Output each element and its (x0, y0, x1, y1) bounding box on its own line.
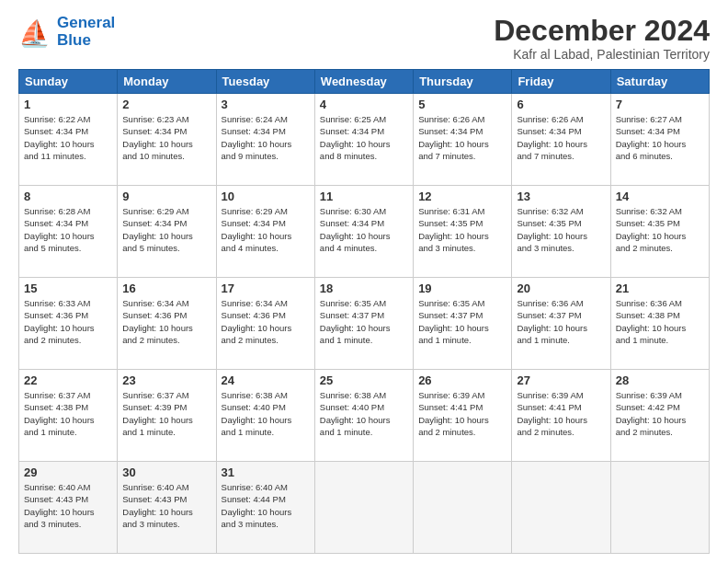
day-info-line: Sunrise: 6:35 AM (320, 297, 408, 309)
day-info: Sunrise: 6:40 AMSunset: 4:43 PMDaylight:… (24, 481, 112, 530)
day-info-line: Sunset: 4:36 PM (24, 309, 112, 321)
day-number: 5 (418, 98, 506, 111)
day-info-line: Sunrise: 6:40 AM (24, 481, 112, 493)
day-info-line: Sunset: 4:34 PM (418, 125, 506, 137)
day-number: 9 (122, 190, 210, 203)
day-info-line: Sunset: 4:44 PM (222, 493, 310, 505)
day-info-line: and 3 minutes. (24, 518, 112, 530)
logo-line2: Blue (57, 32, 115, 50)
calendar-day-cell: 10Sunrise: 6:29 AMSunset: 4:34 PMDayligh… (216, 186, 314, 278)
day-info-line: Sunrise: 6:26 AM (517, 113, 605, 125)
day-info-line: Sunrise: 6:28 AM (24, 205, 112, 217)
day-info: Sunrise: 6:25 AMSunset: 4:34 PMDaylight:… (320, 113, 408, 162)
logo: ⛵ General Blue (18, 15, 115, 49)
header: ⛵ General Blue December 2024 Kafr al Lab… (18, 15, 710, 62)
day-number: 23 (122, 373, 210, 387)
day-info-line: and 1 minute. (222, 426, 310, 438)
calendar-week-row: 8Sunrise: 6:28 AMSunset: 4:34 PMDaylight… (19, 186, 710, 278)
calendar-day-cell: 13Sunrise: 6:32 AMSunset: 4:35 PMDayligh… (512, 186, 610, 278)
day-info-line: Sunset: 4:34 PM (122, 217, 210, 229)
weekday-header-cell: Saturday (610, 70, 709, 94)
day-number: 26 (418, 373, 506, 387)
day-info-line: Sunset: 4:37 PM (517, 309, 605, 321)
day-info-line: Sunrise: 6:39 AM (517, 389, 605, 401)
day-info-line: and 1 minute. (320, 426, 408, 438)
calendar-day-cell: 12Sunrise: 6:31 AMSunset: 4:35 PMDayligh… (414, 186, 512, 278)
day-info: Sunrise: 6:36 AMSunset: 4:38 PMDaylight:… (616, 297, 704, 346)
day-info-line: Sunrise: 6:36 AM (616, 297, 704, 309)
day-info-line: and 1 minute. (418, 334, 506, 346)
day-number: 16 (122, 282, 210, 295)
day-info-line: Daylight: 10 hours (122, 506, 210, 518)
day-info-line: and 9 minutes. (222, 150, 310, 162)
day-info: Sunrise: 6:38 AMSunset: 4:40 PMDaylight:… (320, 389, 408, 438)
day-info-line: Daylight: 10 hours (418, 322, 506, 334)
calendar-day-cell: 21Sunrise: 6:36 AMSunset: 4:38 PMDayligh… (610, 278, 709, 370)
day-info: Sunrise: 6:22 AMSunset: 4:34 PMDaylight:… (24, 113, 112, 162)
calendar-body: 1Sunrise: 6:22 AMSunset: 4:34 PMDaylight… (19, 94, 710, 554)
logo-icon: ⛵ (18, 17, 53, 48)
day-info-line: and 3 minutes. (517, 242, 605, 254)
day-info-line: Sunset: 4:39 PM (122, 401, 210, 413)
day-info-line: Daylight: 10 hours (517, 138, 605, 150)
calendar-day-cell: 22Sunrise: 6:37 AMSunset: 4:38 PMDayligh… (19, 370, 118, 462)
day-info-line: Daylight: 10 hours (320, 322, 408, 334)
day-info-line: Sunset: 4:40 PM (222, 401, 310, 413)
day-number: 11 (320, 190, 408, 203)
day-info-line: Daylight: 10 hours (320, 414, 408, 426)
day-info-line: Daylight: 10 hours (24, 138, 112, 150)
calendar-day-cell: 9Sunrise: 6:29 AMSunset: 4:34 PMDaylight… (118, 186, 216, 278)
day-info-line: Sunrise: 6:39 AM (418, 389, 506, 401)
day-info-line: Sunrise: 6:36 AM (517, 297, 605, 309)
day-info: Sunrise: 6:34 AMSunset: 4:36 PMDaylight:… (222, 297, 310, 346)
day-info-line: and 8 minutes. (320, 150, 408, 162)
day-info-line: Sunrise: 6:37 AM (24, 389, 112, 401)
day-info-line: Sunrise: 6:25 AM (320, 113, 408, 125)
day-info-line: and 2 minutes. (616, 242, 704, 254)
day-info-line: Sunset: 4:36 PM (222, 309, 310, 321)
day-info-line: and 1 minute. (122, 426, 210, 438)
day-info-line: and 5 minutes. (24, 242, 112, 254)
calendar-day-cell: 11Sunrise: 6:30 AMSunset: 4:34 PMDayligh… (314, 186, 413, 278)
month-title: December 2024 (494, 15, 710, 47)
day-number: 31 (222, 465, 310, 479)
day-number: 7 (616, 98, 704, 111)
day-number: 25 (320, 373, 408, 387)
day-info-line: Sunset: 4:34 PM (222, 125, 310, 137)
calendar-day-cell: 26Sunrise: 6:39 AMSunset: 4:41 PMDayligh… (414, 370, 512, 462)
day-info-line: and 11 minutes. (24, 150, 112, 162)
day-number: 17 (222, 282, 310, 295)
day-info-line: Sunrise: 6:23 AM (122, 113, 210, 125)
day-info-line: and 5 minutes. (122, 242, 210, 254)
calendar-day-cell (314, 462, 413, 554)
day-info: Sunrise: 6:27 AMSunset: 4:34 PMDaylight:… (616, 113, 704, 162)
day-info: Sunrise: 6:29 AMSunset: 4:34 PMDaylight:… (122, 205, 210, 254)
day-info: Sunrise: 6:30 AMSunset: 4:34 PMDaylight:… (320, 205, 408, 254)
day-info-line: Daylight: 10 hours (24, 230, 112, 242)
day-number: 12 (418, 190, 506, 203)
day-info-line: Sunset: 4:34 PM (24, 217, 112, 229)
day-info-line: and 2 minutes. (24, 334, 112, 346)
logo-line1: General (57, 15, 115, 32)
day-info: Sunrise: 6:31 AMSunset: 4:35 PMDaylight:… (418, 205, 506, 254)
calendar-day-cell: 25Sunrise: 6:38 AMSunset: 4:40 PMDayligh… (314, 370, 413, 462)
calendar-week-row: 15Sunrise: 6:33 AMSunset: 4:36 PMDayligh… (19, 278, 710, 370)
day-info-line: Sunset: 4:34 PM (320, 217, 408, 229)
calendar-week-row: 29Sunrise: 6:40 AMSunset: 4:43 PMDayligh… (19, 462, 710, 554)
day-info-line: and 1 minute. (517, 334, 605, 346)
calendar-day-cell: 24Sunrise: 6:38 AMSunset: 4:40 PMDayligh… (216, 370, 314, 462)
calendar-day-cell (512, 462, 610, 554)
calendar-week-row: 22Sunrise: 6:37 AMSunset: 4:38 PMDayligh… (19, 370, 710, 462)
day-info-line: Sunset: 4:34 PM (122, 125, 210, 137)
day-info-line: Sunrise: 6:40 AM (222, 481, 310, 493)
day-info-line: Sunset: 4:34 PM (320, 125, 408, 137)
day-info-line: Sunset: 4:35 PM (418, 217, 506, 229)
day-info-line: Daylight: 10 hours (222, 414, 310, 426)
day-info-line: and 1 minute. (616, 334, 704, 346)
day-info-line: Sunset: 4:43 PM (122, 493, 210, 505)
day-info-line: Sunset: 4:41 PM (418, 401, 506, 413)
day-info-line: Daylight: 10 hours (24, 322, 112, 334)
calendar-day-cell (610, 462, 709, 554)
day-number: 21 (616, 282, 704, 295)
calendar-day-cell: 7Sunrise: 6:27 AMSunset: 4:34 PMDaylight… (610, 94, 709, 186)
